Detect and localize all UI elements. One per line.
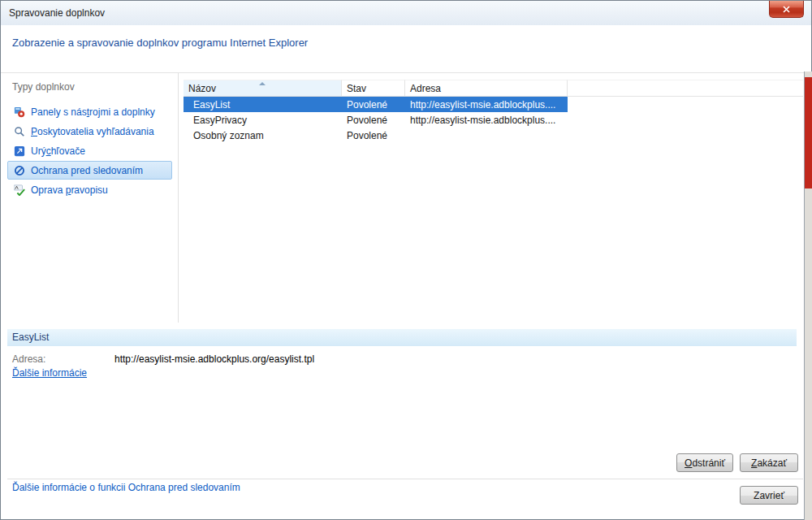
sidebar-item-accelerators[interactable]: Urýchľovače <box>7 141 172 160</box>
addon-name: EasyList <box>184 99 342 110</box>
detail-title: EasyList <box>7 329 797 346</box>
detail-pane: EasyList Adresa:http://easylist-msie.adb… <box>1 323 803 392</box>
addon-status: Povolené <box>342 99 405 110</box>
column-header-status[interactable]: Stav <box>342 80 405 97</box>
footer-separator <box>7 479 803 479</box>
sidebar-item-label: Poskytovatelia vyhľadávania <box>31 126 154 137</box>
sidebar-item-label: Oprava pravopisu <box>31 184 108 196</box>
close-icon <box>783 2 790 16</box>
close-dialog-button[interactable]: Zavrieť <box>740 486 798 505</box>
address-value: http://easylist-msie.adblockplus.org/eas… <box>114 353 314 365</box>
window-title: Spravovanie doplnkov <box>9 7 105 19</box>
disable-button[interactable]: Zakázať <box>740 453 798 472</box>
table-row[interactable]: EasyPrivacy Povolené http://easylist-msi… <box>184 112 568 128</box>
spelling-correction-icon <box>13 184 25 196</box>
sidebar-item-toolbars-extensions[interactable]: Panely s nástrojmi a doplnky <box>7 102 172 121</box>
background-red-element <box>805 77 812 188</box>
addon-address: http://easylist-msie.adblockplus.... <box>405 99 568 110</box>
sort-ascending-icon <box>259 82 266 85</box>
tracking-protection-icon <box>13 164 25 176</box>
list-rows: EasyList Povolené http://easylist-msie.a… <box>184 97 803 323</box>
sidebar-item-label: Ochrana pred sledovaním <box>31 165 143 176</box>
detail-address-row: Adresa:http://easylist-msie.adblockplus.… <box>12 353 314 365</box>
background-window-edge <box>804 72 812 520</box>
tracking-protection-info-link[interactable]: Ďalšie informácie o funkcii Ochrana pred… <box>12 482 240 493</box>
sidebar-item-tracking-protection[interactable]: Ochrana pred sledovaním <box>7 161 172 180</box>
addon-address: http://easylist-msie.adblockplus.... <box>405 115 568 126</box>
addon-name: Osobný zoznam <box>184 130 342 141</box>
table-row[interactable]: EasyList Povolené http://easylist-msie.a… <box>184 97 568 112</box>
addon-status: Povolené <box>342 115 405 126</box>
toolbars-extensions-icon <box>13 106 25 118</box>
addons-list: Názov Stav Adresa EasyList Povolené http… <box>179 73 803 323</box>
titlebar[interactable]: Spravovanie doplnkov <box>1 1 811 26</box>
list-header: Názov Stav Adresa <box>184 80 803 97</box>
close-button[interactable] <box>769 1 804 18</box>
sidebar-item-spelling-correction[interactable]: Oprava pravopisu <box>7 180 172 199</box>
accelerators-icon <box>13 145 25 157</box>
more-info-link[interactable]: Ďalšie informácie <box>12 367 87 379</box>
remove-button[interactable]: Odstrániť <box>676 453 733 472</box>
search-providers-icon <box>13 125 25 137</box>
sidebar-item-label: Panely s nástrojmi a doplnky <box>31 106 155 118</box>
sidebar-item-label: Urýchľovače <box>31 145 85 157</box>
column-header-address[interactable]: Adresa <box>405 80 568 97</box>
column-header-filler <box>568 80 803 97</box>
addon-name: EasyPrivacy <box>184 115 342 126</box>
sidebar-item-search-providers[interactable]: Poskytovatelia vyhľadávania <box>7 122 172 141</box>
screen: Spravovanie doplnkov Zobrazenie a spravo… <box>0 0 812 520</box>
dialog-description: Zobrazenie a spravovanie doplnkov progra… <box>12 37 308 49</box>
address-label: Adresa: <box>12 353 114 365</box>
description-band: Zobrazenie a spravovanie doplnkov progra… <box>1 25 811 73</box>
column-header-name[interactable]: Názov <box>184 80 342 97</box>
manage-addons-dialog: Spravovanie doplnkov Zobrazenie a spravo… <box>0 0 812 520</box>
addon-types-sidebar: Typy doplnkov Panely s nástrojmi a dopln… <box>1 73 179 323</box>
addon-status: Povolené <box>342 130 405 141</box>
sidebar-heading: Typy doplnkov <box>12 81 178 93</box>
table-row[interactable]: Osobný zoznam Povolené <box>184 128 568 143</box>
